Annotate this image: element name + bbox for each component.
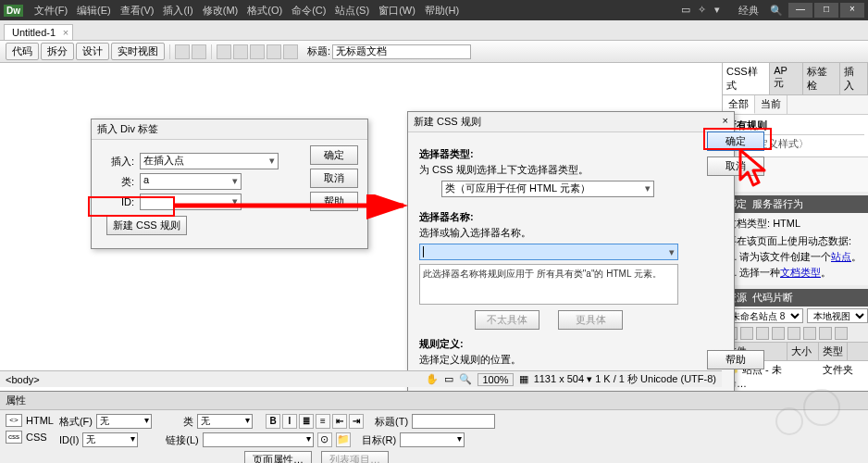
menu-window[interactable]: 窗口(W)	[375, 2, 419, 19]
menu-modify[interactable]: 修改(M)	[199, 2, 242, 19]
checkout-icon[interactable]	[787, 327, 800, 340]
menu-view[interactable]: 查看(V)	[117, 2, 158, 19]
window-buttons: — □ ×	[788, 3, 864, 18]
format-combo[interactable]: 无	[96, 414, 152, 429]
insert-div-dialog: 插入 Div 标签 插入:在插入点 类:a ID: 新建 CSS 规则 确定 取…	[91, 119, 368, 249]
menu-format[interactable]: 格式(O)	[243, 2, 286, 19]
design-view-button[interactable]: 设计	[76, 43, 109, 60]
less-specific-button[interactable]: 不太具体	[475, 310, 539, 330]
tag-selector[interactable]: <body>	[6, 374, 40, 385]
ul-button[interactable]: ≣	[299, 414, 314, 429]
html-mode-icon[interactable]: <>	[6, 414, 22, 427]
more-specific-button[interactable]: 更具体	[558, 310, 623, 330]
selector-name-desc: 选择或输入选择器名称。	[419, 226, 723, 240]
class-combo[interactable]: a	[140, 173, 242, 190]
refresh-icon[interactable]	[233, 44, 248, 59]
menu-insert[interactable]: 插入(I)	[159, 2, 196, 19]
put-icon[interactable]	[772, 327, 785, 340]
site-link[interactable]: 站点	[831, 251, 851, 262]
menu-commands[interactable]: 命令(C)	[288, 2, 329, 19]
italic-button[interactable]: I	[282, 414, 297, 429]
checkin-icon[interactable]	[803, 327, 816, 340]
reload-icon[interactable]	[250, 44, 265, 59]
refresh-files-icon[interactable]	[740, 327, 753, 340]
browser-icon[interactable]	[217, 44, 231, 59]
get-icon[interactable]	[756, 327, 769, 340]
sync-icon[interactable]	[819, 327, 832, 340]
layout-icon[interactable]: ▭	[681, 4, 694, 17]
indent-button[interactable]: ⇥	[349, 414, 364, 429]
point-to-file-icon[interactable]: ⊙	[317, 432, 332, 447]
col-size[interactable]: 大小	[787, 343, 819, 360]
snippets-tab[interactable]: 代码片断	[752, 291, 793, 305]
insert-tab[interactable]: 插入	[840, 63, 868, 94]
html-mode-label[interactable]: HTML	[26, 415, 54, 426]
ap-elements-tab[interactable]: AP 元	[770, 63, 803, 94]
dropdown-icon[interactable]: ▾	[714, 4, 727, 17]
menu-file[interactable]: 文件(F)	[31, 2, 71, 19]
file-ops-icons	[723, 325, 868, 342]
browse-icon[interactable]: 📁	[336, 432, 351, 447]
options-icon[interactable]	[267, 44, 281, 59]
bold-button[interactable]: B	[266, 414, 280, 429]
code-view-button[interactable]: 代码	[6, 43, 39, 60]
title-prop-label: 标题(T)	[375, 415, 408, 429]
tab-close-icon[interactable]: ×	[63, 27, 68, 38]
list-item-button[interactable]: 列表项目…	[321, 451, 389, 463]
ol-button[interactable]: ≡	[316, 414, 330, 429]
document-tab[interactable]: Untitled-1 ×	[4, 24, 73, 40]
view-select[interactable]: 本地视图	[807, 308, 868, 323]
workspace-switcher[interactable]: 经典	[733, 4, 764, 18]
link-prop-combo[interactable]	[203, 432, 314, 447]
menu-edit[interactable]: 编辑(E)	[73, 2, 115, 19]
tag-inspector-tab[interactable]: 标签检	[803, 63, 840, 94]
bindings-prompt: 要在该页面上使用动态数据:	[726, 234, 864, 248]
css-current-tab[interactable]: 当前	[755, 95, 787, 114]
doctype-link[interactable]: 文档类型	[780, 267, 821, 278]
search-icon[interactable]: 🔍	[770, 5, 783, 17]
css-dialog-close-icon[interactable]: ×	[723, 115, 728, 129]
target-prop-combo[interactable]	[400, 432, 465, 447]
live-code-icon[interactable]	[192, 44, 206, 59]
menu-site[interactable]: 站点(S)	[331, 2, 373, 19]
div-ok-button[interactable]: 确定	[310, 145, 358, 165]
css-mode-label[interactable]: CSS	[26, 432, 47, 443]
css-mode-icon[interactable]: css	[6, 431, 22, 444]
extension-icon[interactable]: ✧	[698, 4, 711, 17]
selector-type-combo[interactable]: 类（可应用于任何 HTML 元素）	[441, 181, 654, 197]
page-properties-button[interactable]: 页面属性…	[244, 451, 312, 463]
title-prop-input[interactable]	[412, 414, 495, 429]
server-behaviors-tab[interactable]: 服务器行为	[752, 197, 803, 211]
site-select[interactable]: 未命名站点 8	[725, 308, 803, 323]
side-panels: CSS样式 AP 元 标签检 插入 全部 当前 所有规则 〈未定义样式〉 绑定 …	[722, 63, 868, 393]
window-size-icon[interactable]: ▦	[519, 373, 528, 385]
maximize-button[interactable]: □	[814, 3, 838, 18]
nav-icon[interactable]	[283, 44, 298, 59]
expand-icon[interactable]	[835, 327, 848, 340]
hand-tool-icon[interactable]: ✋	[426, 373, 439, 385]
live-view-button[interactable]: 实时视图	[111, 43, 165, 60]
select-tool-icon[interactable]: ▭	[444, 373, 453, 385]
css-styles-tab[interactable]: CSS样式	[723, 63, 770, 94]
new-css-rule-button[interactable]: 新建 CSS 规则	[106, 216, 187, 235]
zoom-level[interactable]: 100%	[477, 373, 513, 386]
minimize-button[interactable]: —	[788, 3, 812, 18]
step-1-text: 请为该文件创建一个	[739, 251, 831, 262]
close-button[interactable]: ×	[840, 3, 864, 18]
title-input[interactable]	[332, 44, 471, 59]
id-prop-combo[interactable]: 无	[82, 432, 138, 447]
inspect-icon[interactable]	[175, 44, 190, 59]
menu-help[interactable]: 帮助(H)	[421, 2, 463, 19]
id-combo[interactable]	[140, 194, 242, 210]
col-type[interactable]: 类型	[819, 343, 848, 360]
css-help-button[interactable]: 帮助	[707, 350, 764, 369]
zoom-tool-icon[interactable]: 🔍	[459, 373, 472, 385]
selector-name-input[interactable]: ▾	[419, 244, 678, 260]
class-prop-combo[interactable]: 无	[197, 414, 253, 429]
outdent-button[interactable]: ⇤	[332, 414, 347, 429]
file-type: 文件夹	[823, 363, 853, 391]
div-help-button[interactable]: 帮助	[310, 192, 358, 211]
split-view-button[interactable]: 拆分	[41, 43, 74, 60]
insert-point-combo[interactable]: 在插入点	[140, 153, 279, 169]
div-cancel-button[interactable]: 取消	[310, 169, 358, 188]
